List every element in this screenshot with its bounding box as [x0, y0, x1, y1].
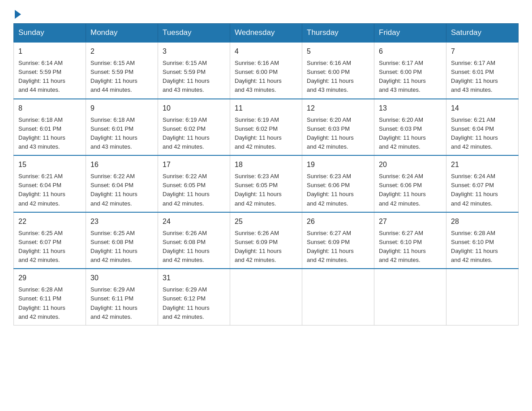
day-number: 11: [235, 103, 297, 114]
table-row: 21Sunrise: 6:24 AMSunset: 6:07 PMDayligh…: [446, 155, 519, 212]
table-row: 7Sunrise: 6:17 AMSunset: 6:01 PMDaylight…: [446, 42, 519, 99]
calendar-week-4: 22Sunrise: 6:25 AMSunset: 6:07 PMDayligh…: [14, 212, 519, 269]
day-number: 21: [451, 159, 514, 170]
table-row: 3Sunrise: 6:15 AMSunset: 5:59 PMDaylight…: [158, 42, 230, 99]
day-info: Sunrise: 6:21 AMSunset: 6:04 PMDaylight:…: [18, 172, 81, 208]
day-info: Sunrise: 6:14 AMSunset: 5:59 PMDaylight:…: [18, 59, 81, 95]
day-number: 15: [18, 159, 81, 170]
table-row: 9Sunrise: 6:18 AMSunset: 6:01 PMDaylight…: [86, 99, 158, 156]
day-number: 20: [379, 159, 442, 170]
day-number: 4: [235, 46, 297, 57]
table-row: 22Sunrise: 6:25 AMSunset: 6:07 PMDayligh…: [14, 212, 86, 269]
table-row: 19Sunrise: 6:23 AMSunset: 6:06 PMDayligh…: [302, 155, 374, 212]
day-info: Sunrise: 6:16 AMSunset: 6:00 PMDaylight:…: [307, 59, 369, 95]
col-saturday: Saturday: [446, 24, 519, 43]
col-friday: Friday: [374, 24, 446, 43]
day-info: Sunrise: 6:18 AMSunset: 6:01 PMDaylight:…: [18, 116, 81, 152]
table-row: 20Sunrise: 6:24 AMSunset: 6:06 PMDayligh…: [374, 155, 446, 212]
day-number: 3: [163, 46, 225, 57]
table-row: 11Sunrise: 6:19 AMSunset: 6:02 PMDayligh…: [230, 99, 302, 156]
col-wednesday: Wednesday: [230, 24, 302, 43]
table-row: [302, 269, 374, 325]
day-number: 23: [90, 216, 153, 227]
day-info: Sunrise: 6:19 AMSunset: 6:02 PMDaylight:…: [235, 116, 297, 152]
day-info: Sunrise: 6:27 AMSunset: 6:10 PMDaylight:…: [379, 229, 442, 265]
table-row: [374, 269, 446, 325]
table-row: 10Sunrise: 6:19 AMSunset: 6:02 PMDayligh…: [158, 99, 230, 156]
day-info: Sunrise: 6:22 AMSunset: 6:05 PMDaylight:…: [163, 172, 225, 208]
day-number: 2: [90, 46, 153, 57]
day-number: 6: [379, 46, 442, 57]
table-row: 25Sunrise: 6:26 AMSunset: 6:09 PMDayligh…: [230, 212, 302, 269]
table-row: 12Sunrise: 6:20 AMSunset: 6:03 PMDayligh…: [302, 99, 374, 156]
table-row: 16Sunrise: 6:22 AMSunset: 6:04 PMDayligh…: [86, 155, 158, 212]
calendar-week-3: 15Sunrise: 6:21 AMSunset: 6:04 PMDayligh…: [14, 155, 519, 212]
day-number: 17: [163, 159, 225, 170]
day-number: 29: [18, 273, 81, 283]
calendar-week-5: 29Sunrise: 6:28 AMSunset: 6:11 PMDayligh…: [14, 269, 519, 325]
day-number: 26: [307, 216, 369, 227]
day-number: 19: [307, 159, 369, 170]
day-info: Sunrise: 6:15 AMSunset: 5:59 PMDaylight:…: [90, 59, 153, 95]
day-info: Sunrise: 6:20 AMSunset: 6:03 PMDaylight:…: [379, 116, 442, 152]
day-number: 14: [451, 103, 514, 114]
table-row: 29Sunrise: 6:28 AMSunset: 6:11 PMDayligh…: [14, 269, 86, 325]
table-row: 18Sunrise: 6:23 AMSunset: 6:05 PMDayligh…: [230, 155, 302, 212]
day-info: Sunrise: 6:24 AMSunset: 6:07 PMDaylight:…: [451, 172, 514, 208]
table-row: 27Sunrise: 6:27 AMSunset: 6:10 PMDayligh…: [374, 212, 446, 269]
col-tuesday: Tuesday: [158, 24, 230, 43]
table-row: 17Sunrise: 6:22 AMSunset: 6:05 PMDayligh…: [158, 155, 230, 212]
day-info: Sunrise: 6:21 AMSunset: 6:04 PMDaylight:…: [451, 116, 514, 152]
day-number: 31: [163, 273, 225, 283]
day-info: Sunrise: 6:23 AMSunset: 6:05 PMDaylight:…: [235, 172, 297, 208]
day-info: Sunrise: 6:26 AMSunset: 6:09 PMDaylight:…: [235, 229, 297, 265]
table-row: 13Sunrise: 6:20 AMSunset: 6:03 PMDayligh…: [374, 99, 446, 156]
logo: [13, 9, 21, 19]
table-row: 8Sunrise: 6:18 AMSunset: 6:01 PMDaylight…: [14, 99, 86, 156]
table-row: 6Sunrise: 6:17 AMSunset: 6:00 PMDaylight…: [374, 42, 446, 99]
table-row: 31Sunrise: 6:29 AMSunset: 6:12 PMDayligh…: [158, 269, 230, 325]
day-info: Sunrise: 6:16 AMSunset: 6:00 PMDaylight:…: [235, 59, 297, 95]
day-number: 5: [307, 46, 369, 57]
table-row: [446, 269, 519, 325]
day-number: 27: [379, 216, 442, 227]
table-row: 2Sunrise: 6:15 AMSunset: 5:59 PMDaylight…: [86, 42, 158, 99]
day-number: 7: [451, 46, 514, 57]
day-number: 28: [451, 216, 514, 227]
col-monday: Monday: [86, 24, 158, 43]
table-row: 26Sunrise: 6:27 AMSunset: 6:09 PMDayligh…: [302, 212, 374, 269]
table-row: 23Sunrise: 6:25 AMSunset: 6:08 PMDayligh…: [86, 212, 158, 269]
day-info: Sunrise: 6:25 AMSunset: 6:07 PMDaylight:…: [18, 229, 81, 265]
table-row: [230, 269, 302, 325]
day-number: 10: [163, 103, 225, 114]
day-info: Sunrise: 6:17 AMSunset: 6:01 PMDaylight:…: [451, 59, 514, 95]
day-info: Sunrise: 6:26 AMSunset: 6:08 PMDaylight:…: [163, 229, 225, 265]
day-number: 12: [307, 103, 369, 114]
table-row: 14Sunrise: 6:21 AMSunset: 6:04 PMDayligh…: [446, 99, 519, 156]
day-number: 16: [90, 159, 153, 170]
table-row: 5Sunrise: 6:16 AMSunset: 6:00 PMDaylight…: [302, 42, 374, 99]
table-row: 4Sunrise: 6:16 AMSunset: 6:00 PMDaylight…: [230, 42, 302, 99]
header: [13, 9, 519, 19]
calendar-week-2: 8Sunrise: 6:18 AMSunset: 6:01 PMDaylight…: [14, 99, 519, 156]
table-row: 15Sunrise: 6:21 AMSunset: 6:04 PMDayligh…: [14, 155, 86, 212]
table-row: 1Sunrise: 6:14 AMSunset: 5:59 PMDaylight…: [14, 42, 86, 99]
day-info: Sunrise: 6:19 AMSunset: 6:02 PMDaylight:…: [163, 116, 225, 152]
day-info: Sunrise: 6:25 AMSunset: 6:08 PMDaylight:…: [90, 229, 153, 265]
day-info: Sunrise: 6:15 AMSunset: 5:59 PMDaylight:…: [163, 59, 225, 95]
day-info: Sunrise: 6:28 AMSunset: 6:11 PMDaylight:…: [18, 285, 81, 321]
table-row: 24Sunrise: 6:26 AMSunset: 6:08 PMDayligh…: [158, 212, 230, 269]
day-number: 1: [18, 46, 81, 57]
col-thursday: Thursday: [302, 24, 374, 43]
day-number: 22: [18, 216, 81, 227]
table-row: 30Sunrise: 6:29 AMSunset: 6:11 PMDayligh…: [86, 269, 158, 325]
day-number: 25: [235, 216, 297, 227]
logo-arrow-icon: [15, 10, 21, 19]
day-info: Sunrise: 6:29 AMSunset: 6:11 PMDaylight:…: [90, 285, 153, 321]
day-number: 18: [235, 159, 297, 170]
day-info: Sunrise: 6:22 AMSunset: 6:04 PMDaylight:…: [90, 172, 153, 208]
day-number: 8: [18, 103, 81, 114]
day-info: Sunrise: 6:28 AMSunset: 6:10 PMDaylight:…: [451, 229, 514, 265]
day-info: Sunrise: 6:27 AMSunset: 6:09 PMDaylight:…: [307, 229, 369, 265]
day-info: Sunrise: 6:29 AMSunset: 6:12 PMDaylight:…: [163, 285, 225, 321]
